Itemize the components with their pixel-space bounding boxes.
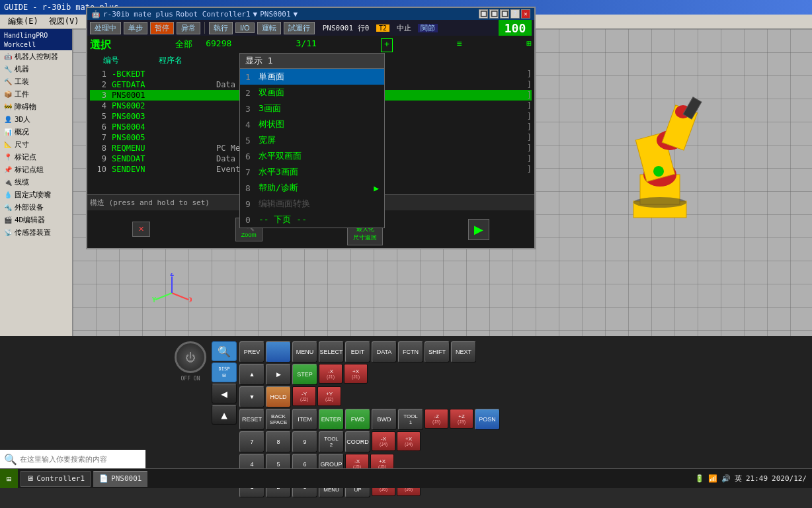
plus-x-j1-btn[interactable]: +X(J1) <box>344 364 368 384</box>
up-arrow-btn[interactable]: ▲ <box>212 405 237 425</box>
fanuc-plus-btn[interactable]: + <box>381 38 393 52</box>
dropdown-item[interactable]: 0 -- 下页 -- <box>240 212 384 228</box>
fanuc-minimize-btn[interactable]: 🔲 <box>479 9 488 19</box>
status-danbu-btn[interactable]: 单步 <box>124 22 147 34</box>
reset-btn[interactable]: RESET <box>239 409 264 430</box>
sidebar-item[interactable]: 🎬4D编辑器 <box>0 214 72 226</box>
disp-search-btn[interactable]: 🔍 <box>212 341 237 361</box>
sidebar-item[interactable]: 🔧机器 <box>0 63 72 75</box>
app-window: GUIDE - r-30ib mate plus 編集(E) 視図(V) 💾 📂… <box>0 0 812 488</box>
dropdown-header: 显示 1 <box>240 54 384 69</box>
fanuc-total-count: 69298 <box>206 38 231 52</box>
edit-btn[interactable]: EDIT <box>345 341 370 362</box>
left-arrow-btn[interactable]: ◀ <box>212 384 237 403</box>
sidebar-item[interactable]: 🚧障碍物 <box>0 101 72 113</box>
dropdown-item[interactable]: 3 3画面 <box>240 101 384 116</box>
status-zhixing-btn[interactable]: 執行 <box>209 22 233 34</box>
select-btn[interactable]: SELECT <box>319 341 344 362</box>
sidebar-item[interactable]: 📡传感器装置 <box>0 226 72 239</box>
minus-z-j3-btn[interactable]: -Z(J3) <box>425 409 448 429</box>
fanuc-maximize-btn[interactable]: 🔲 <box>489 9 499 19</box>
plus-z-j3-btn[interactable]: +Z(J3) <box>450 409 473 429</box>
status-shiyunxing-btn[interactable]: 試運行 <box>284 22 315 34</box>
dropdown-item[interactable]: 7 水平3画面 <box>240 164 384 180</box>
minus-x-j4-btn[interactable]: -X(J4) <box>372 431 395 451</box>
dropdown-item[interactable]: 1 単画面 <box>240 69 384 85</box>
sidebar-item[interactable]: 🔩外部设备 <box>0 201 72 214</box>
data-btn[interactable]: DATA <box>372 341 397 362</box>
fanuc-close-btn[interactable]: ✕ <box>521 9 530 19</box>
svg-text:Z: Z <box>170 273 174 277</box>
sidebar-item[interactable]: 🔌线缆 <box>0 176 72 189</box>
off-on-label: OFF ON <box>181 376 200 382</box>
plus-y-j2-btn[interactable]: +Y(J2) <box>317 386 341 406</box>
sidebar-item[interactable]: 💧固定式喷嘴 <box>0 189 72 201</box>
num8-btn[interactable]: 8 <box>266 431 291 452</box>
sidebar-item[interactable]: 🔨工装 <box>0 75 72 88</box>
sidebar-item[interactable]: 📍标记点 <box>0 151 72 163</box>
sidebar-item[interactable]: 🤖机器人控制器 <box>0 50 72 63</box>
fanuc-title-text: r-30ib mate plus <box>103 10 173 19</box>
fanuc-close-window-btn[interactable]: ✕ <box>132 222 150 237</box>
backspace-btn[interactable]: BACKSPACE <box>266 409 291 430</box>
step-btn[interactable]: STEP <box>292 364 317 385</box>
sidebar-item[interactable]: 📦工件 <box>0 88 72 101</box>
status-io-btn[interactable]: I/O <box>235 22 255 33</box>
col-name: 程序名 <box>159 55 183 66</box>
hold-btn[interactable]: HOLD <box>266 386 291 407</box>
sidebar-item[interactable]: 👤3D人 <box>0 113 72 126</box>
fwd-btn[interactable]: FWD <box>345 409 370 430</box>
posn-btn[interactable]: POSN <box>475 409 500 430</box>
down-arrow-btn[interactable]: ▼ <box>239 386 264 407</box>
taskbar-item-pns[interactable]: 📄 PNS0001 <box>93 471 147 487</box>
dropdown-item[interactable]: 8 帮助/诊断▶ <box>240 180 384 196</box>
enter-btn[interactable]: ENTER <box>319 409 344 430</box>
num7-btn[interactable]: 7 <box>239 431 264 452</box>
item-btn[interactable]: ITEM <box>292 409 317 430</box>
fctn-btn[interactable]: FCTN <box>398 341 423 362</box>
tool1-btn[interactable]: TOOL1 <box>398 409 423 430</box>
shift-btn[interactable]: SHIFT <box>425 341 450 362</box>
coord-btn[interactable]: COORD <box>345 431 370 452</box>
fanuc-menu-icon[interactable]: ≡ <box>457 38 462 52</box>
status-yichang-btn[interactable]: 异常 <box>177 22 200 34</box>
fanuc-expand-icon[interactable]: ⊞ <box>526 38 532 52</box>
dropdown-item[interactable]: 6 水平双画面 <box>240 148 384 164</box>
fanuc-screen-title: 選択 <box>90 38 111 52</box>
taskbar-item-controller[interactable]: 🖥 Controller1 <box>20 471 91 487</box>
num9-btn[interactable]: 9 <box>292 431 317 452</box>
sidebar-item[interactable]: 📌标记点组 <box>0 163 72 176</box>
disp-btn[interactable]: DISP ⊟ <box>212 362 237 382</box>
up-arrow-main-btn[interactable]: ▲ <box>239 364 264 385</box>
status-yunxing-btn[interactable]: 運転 <box>257 22 281 34</box>
minus-y-j2-btn[interactable]: -Y(J2) <box>292 386 316 406</box>
sidebar-item[interactable]: 📐尺寸 <box>0 138 72 151</box>
search-input[interactable] <box>20 455 142 463</box>
fanuc-help-btn[interactable]: ? <box>510 9 520 19</box>
dropdown-item[interactable]: 5 宽屏 <box>240 132 384 148</box>
dropdown-item[interactable]: 2 双画面 <box>240 85 384 101</box>
fanuc-next-btn[interactable]: ▶ <box>468 219 489 240</box>
col-num: 编号 <box>103 55 119 66</box>
fanuc-window-controls: 🔲 🔲 🔲 ? ✕ <box>479 9 530 19</box>
tool2-btn[interactable]: TOOL2 <box>319 431 344 452</box>
menu-btn[interactable]: MENU <box>292 341 317 362</box>
status-zanting-btn[interactable]: 暂停 <box>150 22 174 34</box>
svg-point-14 <box>653 166 664 177</box>
start-btn[interactable]: ⊞ <box>0 469 18 488</box>
plus-x-j4-btn[interactable]: +X(J4) <box>397 431 421 451</box>
prev-btn[interactable]: PREV <box>239 341 264 362</box>
status-zhongzhi: 中止 <box>397 24 411 32</box>
next-btn-top[interactable] <box>266 341 291 362</box>
power-btn[interactable]: ⏻ <box>175 341 206 373</box>
menu-view[interactable]: 視図(V) <box>44 15 85 28</box>
sidebar-item[interactable]: 📊概况 <box>0 126 72 138</box>
bwd-btn[interactable]: BWD <box>372 409 397 430</box>
dropdown-item[interactable]: 4 树状图 <box>240 116 384 132</box>
minus-x-j1-btn[interactable]: -X(J1) <box>319 364 343 384</box>
status-chuli-btn[interactable]: 处理中 <box>90 22 121 34</box>
right-arrow-btn[interactable]: ▶ <box>266 364 291 385</box>
menu-edit[interactable]: 編集(E) <box>3 15 44 28</box>
next-btn-main[interactable]: NEXT <box>451 341 476 362</box>
fanuc-restore-btn[interactable]: 🔲 <box>500 9 509 19</box>
